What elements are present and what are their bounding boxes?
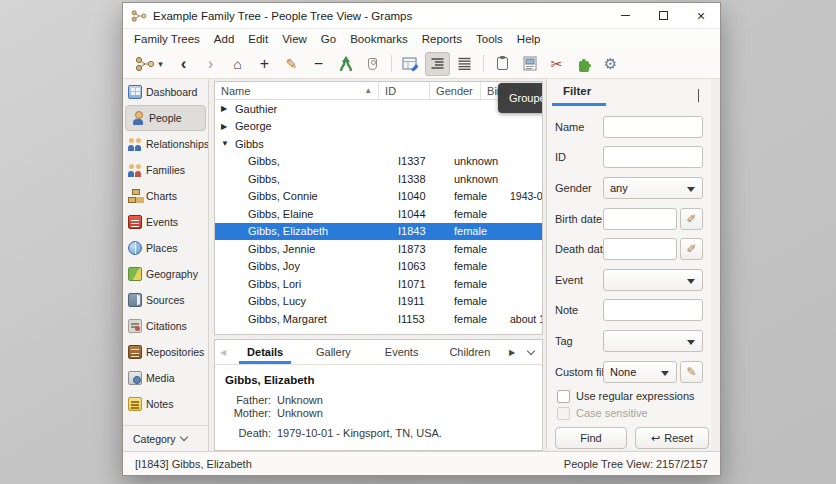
edit-person-button[interactable]: ✎ xyxy=(279,52,304,76)
back-button[interactable]: ‹ xyxy=(171,52,196,76)
clipboard-button[interactable] xyxy=(490,52,515,76)
sidebar-item-families[interactable]: Families xyxy=(123,157,208,183)
table-row[interactable]: Gibbs,I1337unknown xyxy=(215,153,542,171)
remove-person-button[interactable]: − xyxy=(306,52,331,76)
sidebar-item-geography[interactable]: Geography xyxy=(123,261,208,287)
expander-icon[interactable]: ▶ xyxy=(221,122,235,131)
note-filter-input[interactable] xyxy=(603,299,703,321)
places-icon xyxy=(128,241,142,255)
table-row[interactable]: Gibbs,I1338unknown xyxy=(215,170,542,188)
checkbox-icon[interactable] xyxy=(557,390,570,403)
id-filter-input[interactable] xyxy=(603,146,703,168)
sidebar-item-label: Places xyxy=(146,242,178,254)
sidebar-item-citations[interactable]: Citations xyxy=(123,313,208,339)
menu-bookmarks[interactable]: Bookmarks xyxy=(343,31,415,47)
sidebar-item-label: Dashboard xyxy=(146,86,197,98)
column-header-name[interactable]: Name ▲ xyxy=(215,82,378,99)
tab-children[interactable]: Children xyxy=(436,340,504,364)
menu-add[interactable]: Add xyxy=(207,31,241,47)
gramps-window: Example Family Tree - People Tree View -… xyxy=(122,2,721,476)
table-row[interactable]: Gibbs, JoyI1063female xyxy=(215,258,542,276)
edit-custom-filter-button[interactable]: ✎ xyxy=(680,361,703,383)
configure-view-button[interactable] xyxy=(398,52,423,76)
menu-tools[interactable]: Tools xyxy=(469,31,510,47)
sidebar-item-dashboard[interactable]: Dashboard xyxy=(123,79,208,105)
sidebar-item-notes[interactable]: Notes xyxy=(123,391,208,417)
details-panel: ◀ Details Gallery Events Children ▶ Gibb… xyxy=(214,339,543,451)
table-row[interactable]: ▶Gauthier xyxy=(215,100,542,118)
minimize-button[interactable] xyxy=(606,3,644,28)
menu-reports[interactable]: Reports xyxy=(415,31,469,47)
add-person-button[interactable]: + xyxy=(252,52,277,76)
table-row[interactable]: ▶George xyxy=(215,118,542,136)
table-row[interactable]: Gibbs, ElaineI1044female xyxy=(215,205,542,223)
death-date-calendar-button[interactable]: ✐ xyxy=(680,238,703,260)
birth-date-calendar-button[interactable]: ✐ xyxy=(680,208,703,230)
birth-date-input[interactable] xyxy=(603,208,677,230)
reset-button[interactable]: ↩ Reset xyxy=(635,427,709,449)
table-row[interactable]: Gibbs, MargaretI1153femaleabout 14 xyxy=(215,310,542,328)
gender-dropdown[interactable]: any xyxy=(603,177,703,199)
person-list-view-button[interactable] xyxy=(452,52,477,76)
expander-icon[interactable]: ▼ xyxy=(221,139,235,148)
filter-row-id: ID xyxy=(555,145,703,168)
column-header-id[interactable]: ID xyxy=(378,82,429,99)
collapse-filter-button[interactable] xyxy=(698,89,699,101)
column-header-gender[interactable]: Gender xyxy=(429,82,480,99)
tab-details[interactable]: Details xyxy=(231,340,299,364)
regex-checkbox[interactable]: Use regular expressions xyxy=(557,388,707,404)
preferences-button[interactable]: ⚙ xyxy=(598,52,623,76)
tabs-scroll-right-icon[interactable]: ▶ xyxy=(504,348,520,357)
table-row-selected[interactable]: Gibbs, ElizabethI1843female xyxy=(215,223,542,241)
home-button[interactable]: ⌂ xyxy=(225,52,250,76)
tag-button[interactable] xyxy=(360,52,385,76)
menu-view[interactable]: View xyxy=(275,31,314,47)
category-selector[interactable]: Category xyxy=(123,425,208,451)
table-row[interactable]: Gibbs, LucyI1911female xyxy=(215,293,542,311)
sidebar-item-repositories[interactable]: Repositories xyxy=(123,339,208,365)
menu-go[interactable]: Go xyxy=(314,31,343,47)
relationships-icon xyxy=(128,137,142,151)
death-date-input[interactable] xyxy=(603,238,677,260)
sidebar-item-events[interactable]: Events xyxy=(123,209,208,235)
sidebar-item-relationships[interactable]: Relationships xyxy=(123,131,208,157)
menu-help[interactable]: Help xyxy=(510,31,548,47)
custom-filter-dropdown[interactable]: None xyxy=(603,361,677,383)
menu-family-trees[interactable]: Family Trees xyxy=(127,31,207,47)
sidebar-item-label: Events xyxy=(146,216,178,228)
filter-tab[interactable]: Filter xyxy=(563,85,591,97)
family-trees-button[interactable]: ▾ xyxy=(129,52,169,76)
merge-people-button[interactable] xyxy=(333,52,358,76)
sidebar-item-label: People xyxy=(149,112,182,124)
event-dropdown[interactable] xyxy=(603,269,703,291)
tab-events[interactable]: Events xyxy=(368,340,436,364)
plugins-button[interactable] xyxy=(571,52,596,76)
forward-button[interactable]: › xyxy=(198,52,223,76)
name-filter-input[interactable] xyxy=(603,116,703,138)
grouped-people-view-button[interactable] xyxy=(425,52,450,76)
table-row[interactable]: Gibbs, JennieI1873female xyxy=(215,240,542,258)
collapse-panel-button[interactable] xyxy=(520,351,542,354)
sidebar-item-label: Charts xyxy=(146,190,177,202)
family-tree-icon xyxy=(135,56,155,72)
expander-icon[interactable]: ▶ xyxy=(221,104,235,113)
sidebar-item-people[interactable]: People xyxy=(125,105,206,131)
tabs-scroll-left-icon[interactable]: ◀ xyxy=(215,348,231,357)
maximize-button[interactable] xyxy=(644,3,682,28)
sidebar-item-places[interactable]: Places xyxy=(123,235,208,261)
sidebar-item-label: Media xyxy=(146,372,175,384)
sidebar-item-sources[interactable]: Sources xyxy=(123,287,208,313)
sidebar-item-charts[interactable]: Charts xyxy=(123,183,208,209)
tab-gallery[interactable]: Gallery xyxy=(299,340,367,364)
sidebar-item-media[interactable]: Media xyxy=(123,365,208,391)
menu-edit[interactable]: Edit xyxy=(241,31,275,47)
filter-row-name: Name xyxy=(555,115,703,138)
tools-button[interactable]: ✂ xyxy=(544,52,569,76)
find-button[interactable]: Find xyxy=(555,427,627,449)
table-row[interactable]: ▼Gibbs xyxy=(215,135,542,153)
table-row[interactable]: Gibbs, ConnieI1040female1943-02 xyxy=(215,188,542,206)
table-row[interactable]: Gibbs, LoriI1071female xyxy=(215,275,542,293)
tag-dropdown[interactable] xyxy=(603,330,703,352)
reports-button[interactable] xyxy=(517,52,542,76)
close-button[interactable]: × xyxy=(682,3,720,28)
